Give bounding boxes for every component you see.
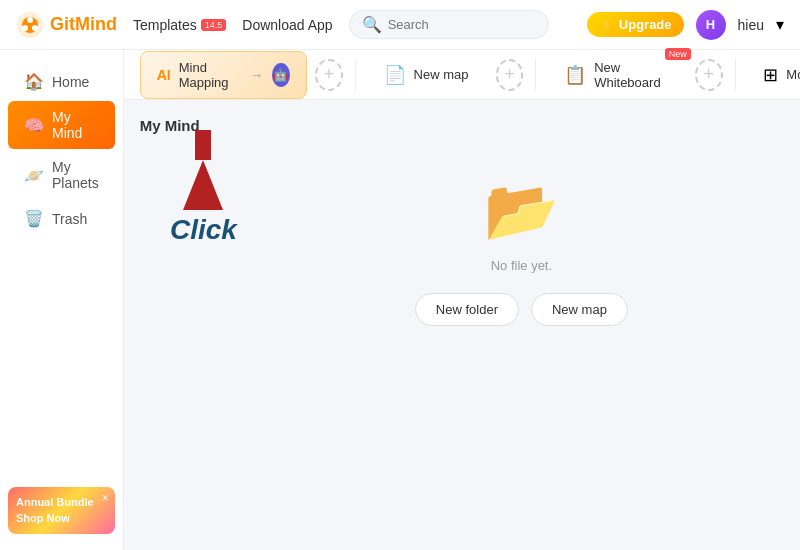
new-whiteboard-label: New Whiteboard — [594, 60, 671, 90]
separator — [355, 59, 356, 91]
more-label: More — [786, 67, 800, 82]
empty-state: 📂 No file yet. New folder New map — [140, 175, 800, 326]
content-header: My Mind 🔍 ↕ ⊞ — [140, 116, 800, 135]
planet-icon: 🪐 — [24, 166, 44, 185]
sidebar-item-trash[interactable]: 🗑️ Trash — [8, 201, 115, 236]
svg-point-4 — [22, 25, 28, 31]
separator3 — [735, 59, 736, 91]
ad-banner-text: Annual BundleShop Now — [16, 495, 107, 526]
grid-icon: ⊞ — [763, 64, 778, 86]
content-area: My Mind 🔍 ↕ ⊞ 📂 No file yet. New folder … — [124, 100, 800, 550]
search-icon: 🔍 — [362, 15, 382, 34]
search-input[interactable] — [388, 17, 508, 32]
sidebar-item-label: My Planets — [52, 159, 99, 191]
more-tool[interactable]: ⊞ More — [747, 56, 800, 94]
avatar[interactable]: H — [696, 10, 726, 40]
empty-text: No file yet. — [491, 258, 552, 273]
sidebar-item-label: My Mind — [52, 109, 99, 141]
separator2 — [535, 59, 536, 91]
sidebar-item-my-mind[interactable]: 🧠 My Mind — [8, 101, 115, 149]
content-title: My Mind — [140, 117, 200, 134]
ai-icon: AI — [157, 67, 171, 83]
logo[interactable]: GitMind — [16, 11, 117, 39]
ad-banner[interactable]: × Annual BundleShop Now — [8, 487, 115, 534]
document-icon: 📄 — [384, 64, 406, 86]
svg-point-3 — [32, 25, 38, 31]
new-badge: New — [665, 48, 691, 60]
mind-mapping-label: Mind Mapping — [179, 60, 242, 90]
new-map-tool[interactable]: 📄 New map — [368, 56, 488, 94]
sidebar-item-my-planets[interactable]: 🪐 My Planets — [8, 151, 115, 199]
new-whiteboard-tool[interactable]: New 📋 New Whiteboard — [548, 52, 687, 98]
add-whiteboard-button[interactable]: + — [695, 59, 723, 91]
main-panel: AI Mind Mapping → 🤖 + 📄 New map + New 📋 — [124, 50, 800, 550]
sidebar-item-label: Home — [52, 74, 89, 90]
empty-actions: New folder New map — [415, 293, 628, 326]
upgrade-button[interactable]: ⚡ Upgrade — [587, 12, 684, 37]
add-mind-map-button[interactable]: + — [315, 59, 343, 91]
home-icon: 🏠 — [24, 72, 44, 91]
main-layout: 🏠 Home 🧠 My Mind 🪐 My Planets 🗑️ Trash ×… — [0, 50, 800, 550]
app-header: GitMind Templates 14.5 Download App 🔍 ⚡ … — [0, 0, 800, 50]
templates-nav[interactable]: Templates 14.5 — [133, 17, 226, 33]
header-right: ⚡ Upgrade H hieu ▾ — [587, 10, 784, 40]
sidebar: 🏠 Home 🧠 My Mind 🪐 My Planets 🗑️ Trash ×… — [0, 50, 124, 550]
download-nav[interactable]: Download App — [242, 17, 332, 33]
sidebar-item-label: Trash — [52, 211, 87, 227]
ad-close-button[interactable]: × — [102, 491, 109, 505]
user-name[interactable]: hieu — [738, 17, 764, 33]
empty-folder-icon: 📂 — [484, 175, 559, 246]
mind-mapping-tool[interactable]: AI Mind Mapping → 🤖 — [140, 51, 307, 99]
chevron-down-icon: ▾ — [776, 15, 784, 34]
new-map-label: New map — [414, 67, 469, 82]
search-box[interactable]: 🔍 — [349, 10, 549, 39]
svg-point-2 — [27, 17, 33, 23]
lightning-icon: ⚡ — [599, 17, 615, 32]
new-map-button[interactable]: New map — [531, 293, 628, 326]
top-toolbar: AI Mind Mapping → 🤖 + 📄 New map + New 📋 — [124, 50, 800, 100]
new-folder-button[interactable]: New folder — [415, 293, 519, 326]
trash-icon: 🗑️ — [24, 209, 44, 228]
brain-icon: 🧠 — [24, 116, 44, 135]
arrow-right-icon: → — [250, 67, 264, 83]
add-new-map-button[interactable]: + — [496, 59, 524, 91]
ai-avatar: 🤖 — [272, 63, 290, 87]
templates-badge: 14.5 — [201, 19, 227, 31]
whiteboard-icon: 📋 — [564, 64, 586, 86]
sidebar-item-home[interactable]: 🏠 Home — [8, 64, 115, 99]
logo-text: GitMind — [50, 14, 117, 35]
